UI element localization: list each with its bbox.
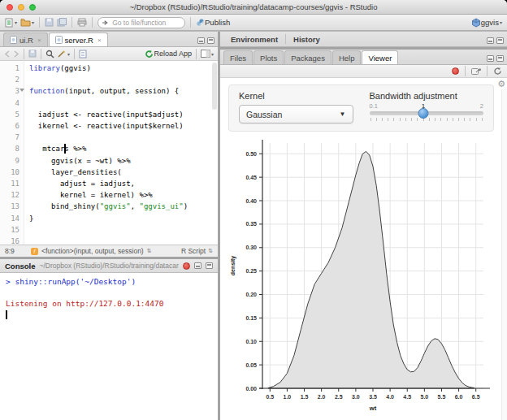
line-number: 9 [0, 155, 20, 167]
line-number: 2 [0, 74, 20, 85]
environment-tabbar: Environment History [220, 32, 507, 47]
y-tick-label: 0.15 [245, 315, 257, 321]
open-file-icon[interactable]: ▾ [20, 16, 34, 28]
goto-arrow-icon [102, 19, 108, 26]
x-tick-label: 3.5 [369, 394, 377, 400]
code-line [29, 224, 218, 236]
density-chart-svg: 0.000.050.100.150.200.250.300.350.400.45… [225, 135, 493, 419]
code-line: ggvis(x = ~wt) %>% [29, 155, 218, 167]
files-tabbar: Files Plots Packages Help Viewer [220, 50, 507, 65]
code-editor[interactable]: 12345678910111213141516 library(ggvis) f… [0, 61, 218, 245]
code-text: library(ggvis) function(input, output, s… [24, 61, 218, 245]
viewer-toolbar [220, 65, 507, 78]
bandwidth-slider[interactable]: 0.1 1 2 [370, 102, 484, 121]
gear-icon[interactable]: ⚙ [497, 79, 505, 89]
line-number: 12 [0, 189, 20, 201]
new-file-icon[interactable]: ▾ [5, 16, 17, 28]
goto-file-input[interactable] [98, 17, 185, 28]
line-number: 13 [0, 201, 20, 212]
kernel-label: Kernel [239, 91, 353, 101]
code-line: mtcars %>% [29, 143, 218, 154]
code-line: } [29, 213, 218, 224]
console-output[interactable]: > shiny::runApp('~/Desktop') Listening o… [0, 273, 218, 420]
tab-history[interactable]: History [286, 32, 327, 46]
tab-files[interactable]: Files [223, 50, 253, 64]
console-pane: Console ~/Dropbox (RStudio)/RStudio/trai… [0, 259, 218, 420]
x-tick-label: 1.0 [284, 394, 292, 400]
tab-server-r[interactable]: server.R× [49, 32, 108, 46]
x-tick-label: 3.0 [352, 394, 360, 400]
goto-file-field[interactable] [110, 18, 180, 28]
line-number: 3 [0, 85, 20, 97]
tab-viewer[interactable]: Viewer [362, 50, 398, 64]
y-tick-label: 0.00 [245, 386, 257, 392]
reload-app-button[interactable]: Reload App [145, 48, 192, 60]
x-tick-label: 2.0 [318, 394, 326, 400]
viewer-scrollbar[interactable] [501, 89, 507, 420]
stop-icon[interactable] [452, 67, 459, 75]
console-header: Console ~/Dropbox (RStudio)/RStudio/trai… [0, 259, 218, 273]
maximize-pane-icon[interactable] [496, 55, 504, 62]
kernel-select[interactable]: Gaussian ▼ [239, 105, 353, 123]
line-number-gutter: 12345678910111213141516 [0, 61, 24, 245]
window-title: ~/Dropbox (RStudio)/RStudio/training/dat… [0, 2, 507, 11]
minimize-pane-icon[interactable] [197, 37, 205, 44]
search-icon[interactable] [46, 48, 54, 60]
tab-plots[interactable]: Plots [254, 50, 284, 64]
forward-icon[interactable] [13, 48, 20, 60]
y-tick-label: 0.30 [245, 245, 257, 250]
x-tick-label: 6.5 [472, 394, 480, 400]
chevron-down-icon: ▼ [340, 110, 346, 118]
compile-report-icon[interactable] [79, 48, 87, 60]
editor-scrollbar[interactable] [212, 63, 217, 110]
slider-track[interactable] [370, 111, 484, 115]
close-tab-icon[interactable]: × [98, 37, 102, 44]
slider-tick-marks [370, 118, 484, 121]
reload-icon [145, 50, 154, 58]
print-icon[interactable] [77, 16, 87, 28]
minimize-pane-icon[interactable] [194, 262, 202, 269]
scope-selector[interactable]: f <function>(input, output, session) ⇅ [31, 247, 152, 255]
minimize-pane-icon[interactable] [487, 55, 494, 62]
y-tick-label: 0.05 [245, 362, 257, 368]
source-menu-icon[interactable]: ▾ [201, 48, 214, 60]
project-menu-button[interactable]: ggvis ▾ [471, 16, 502, 28]
line-number: 5 [0, 109, 20, 120]
save-all-icon[interactable] [57, 16, 67, 28]
x-axis-title: wt [369, 405, 377, 412]
line-number: 1 [0, 63, 20, 74]
y-axis-title: density [230, 256, 236, 276]
maximize-pane-icon[interactable] [207, 37, 214, 44]
publish-icon [196, 18, 205, 27]
tab-packages[interactable]: Packages [284, 50, 332, 64]
density-area [268, 151, 474, 388]
maximize-pane-icon[interactable] [496, 37, 504, 44]
y-tick-label: 0.50 [245, 151, 257, 157]
stop-icon[interactable] [183, 262, 190, 270]
close-tab-icon[interactable]: × [37, 37, 41, 44]
save-icon[interactable] [45, 16, 54, 28]
back-icon[interactable] [4, 48, 11, 60]
code-tools-icon[interactable]: ▾ [57, 48, 70, 60]
viewer-content: ⚙ Kernel Gaussian ▼ Bandwidth adjustment [220, 78, 507, 420]
refresh-icon[interactable] [493, 65, 502, 77]
save-icon[interactable] [28, 48, 37, 60]
slider-handle[interactable] [418, 108, 429, 119]
x-tick-label: 1.5 [301, 394, 309, 400]
project-cube-icon [471, 18, 481, 28]
tab-environment[interactable]: Environment [223, 32, 285, 46]
file-type-selector[interactable]: R Script ⇅ [181, 247, 213, 255]
title-bar: ~/Dropbox (RStudio)/RStudio/training/dat… [0, 0, 507, 15]
viewer-pane: Files Plots Packages Help Viewer [220, 50, 507, 420]
publish-icon[interactable] [471, 65, 481, 77]
y-tick-label: 0.20 [245, 292, 257, 297]
code-line: ikernel <- reactive(input$kernel) [29, 120, 218, 132]
tab-ui-r[interactable]: ui.R× [3, 32, 48, 46]
tab-help[interactable]: Help [332, 50, 362, 64]
minimize-pane-icon[interactable] [487, 37, 494, 44]
console-line: Listening on http://127.0.0.1:4470 [6, 298, 212, 310]
publish-button[interactable]: Publish [196, 16, 230, 28]
maximize-pane-icon[interactable] [206, 262, 213, 269]
function-badge-icon: f [31, 248, 38, 255]
code-line [29, 97, 218, 109]
